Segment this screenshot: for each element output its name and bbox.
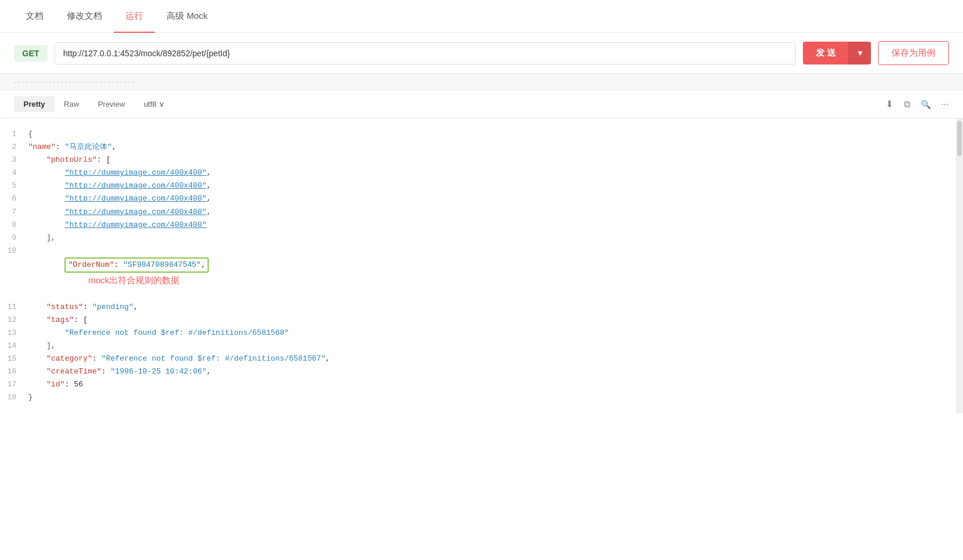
url-bar: GET 发 送 ▼ 保存为用例 bbox=[0, 33, 963, 74]
table-row: 9 ], bbox=[0, 232, 951, 245]
encoding-chevron-icon: ∨ bbox=[159, 100, 165, 108]
search-icon[interactable]: 🔍 bbox=[921, 100, 931, 109]
highlighted-line: "OrderNum": "SF9847089847545", bbox=[65, 257, 209, 273]
save-as-example-button[interactable]: 保存为用例 bbox=[878, 41, 949, 65]
table-row: 1 { bbox=[0, 128, 951, 141]
table-row: 3 "photoUrls": [ bbox=[0, 154, 951, 167]
table-row: 10 "OrderNum": "SF9847089847545", mock出符… bbox=[0, 245, 951, 301]
tab-edit[interactable]: 修改文档 bbox=[55, 0, 114, 33]
table-row: 12 "tags": [ bbox=[0, 314, 951, 327]
copy-icon[interactable]: ⧉ bbox=[904, 99, 910, 110]
top-nav: 文档 修改文档 运行 高级 Mock bbox=[0, 0, 963, 33]
encoding-label: utf8 bbox=[144, 100, 157, 108]
http-method: GET bbox=[14, 45, 48, 62]
scrollbar-thumb[interactable] bbox=[957, 121, 962, 156]
table-row: 18 } bbox=[0, 391, 951, 404]
url-input[interactable] bbox=[55, 42, 796, 65]
download-icon[interactable]: ⬇ bbox=[886, 99, 893, 110]
table-row: 7 "http://dummyimage.com/400x400", bbox=[0, 206, 951, 219]
encoding-select[interactable]: utf8 ∨ bbox=[144, 100, 165, 108]
scrollbar-track[interactable] bbox=[956, 118, 963, 413]
table-row: 6 "http://dummyimage.com/400x400", bbox=[0, 192, 951, 205]
send-button-group: 发 送 ▼ bbox=[803, 42, 871, 65]
table-row: 5 "http://dummyimage.com/400x400", bbox=[0, 179, 951, 192]
tab-mock[interactable]: 高级 Mock bbox=[155, 0, 219, 33]
table-row: 13 "Reference not found $ref: #/definiti… bbox=[0, 327, 951, 340]
table-row: 2 "name": "马京此论体", bbox=[0, 141, 951, 154]
table-row: 17 "id": 56 bbox=[0, 378, 951, 391]
table-row: 11 "status": "pending", bbox=[0, 301, 951, 314]
more-icon[interactable]: ··· bbox=[941, 99, 949, 110]
send-button[interactable]: 发 送 bbox=[803, 42, 849, 65]
table-row: 4 "http://dummyimage.com/400x400", bbox=[0, 167, 951, 179]
tab-docs[interactable]: 文档 bbox=[14, 0, 55, 33]
table-row: 14 ], bbox=[0, 340, 951, 352]
table-row: 15 "category": "Reference not found $ref… bbox=[0, 352, 951, 365]
sub-bar: · · · · · · · · · · · · · · · · · · · · … bbox=[0, 74, 963, 90]
tab-pretty[interactable]: Pretty bbox=[14, 96, 55, 112]
sub-bar-text: · · · · · · · · · · · · · · · · · · · · … bbox=[14, 78, 133, 86]
code-content-wrapper: 1 { 2 "name": "马京此论体", 3 "photoUrls": [ … bbox=[0, 118, 963, 413]
response-actions: ⬇ ⧉ 🔍 ··· bbox=[886, 99, 949, 110]
tab-run[interactable]: 运行 bbox=[114, 0, 155, 33]
table-row: 16 "createTime": "1996-10-25 10:42:06", bbox=[0, 365, 951, 378]
table-row: 8 "http://dummyimage.com/400x400" bbox=[0, 219, 951, 232]
tab-raw[interactable]: Raw bbox=[55, 96, 89, 112]
code-area: 1 { 2 "name": "马京此论体", 3 "photoUrls": [ … bbox=[0, 118, 963, 413]
response-header: Pretty Raw Preview utf8 ∨ ⬇ ⧉ 🔍 ··· bbox=[0, 90, 963, 118]
tab-preview[interactable]: Preview bbox=[89, 96, 134, 112]
mock-annotation: mock出符合规则的数据 bbox=[88, 275, 179, 285]
send-dropdown-button[interactable]: ▼ bbox=[849, 42, 871, 65]
